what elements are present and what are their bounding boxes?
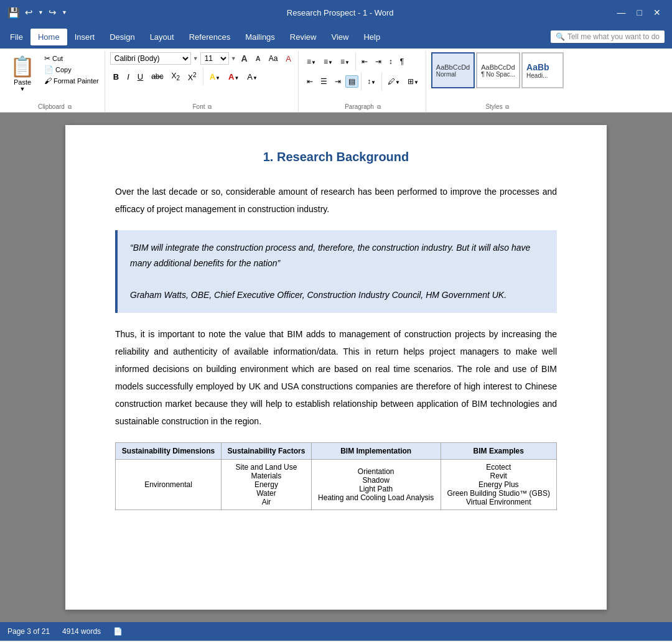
strikethrough-button[interactable]: abc (148, 71, 166, 82)
styles-launcher-icon[interactable]: ⧉ (505, 104, 509, 110)
title-text: Research Prospect - 1 - Word (287, 8, 394, 17)
subscript-button[interactable]: X2 (169, 70, 184, 83)
style-normal[interactable]: AaBbCcDd Normal (431, 52, 475, 88)
menu-references[interactable]: References (182, 29, 238, 45)
table-cell-examples: Ecotect Revit Energy Plus Green Building… (441, 459, 557, 509)
title-bar: 💾 ↩ ▼ ↪ ▼ Research Prospect - 1 - Word —… (0, 0, 672, 25)
font-color-button[interactable]: A▼ (225, 71, 242, 83)
font-size-select[interactable]: 11 (200, 52, 229, 65)
align-right-button[interactable]: ⇥ (332, 75, 344, 88)
document-page[interactable]: 1. Research Background Over the last dec… (65, 125, 607, 610)
font-group: Calibri (Body) ▼ 11 ▼ A A Aa A B I U abc… (106, 51, 299, 112)
quote-text: “BIM will integrate the construction pro… (130, 240, 544, 271)
border-button[interactable]: ⊞▼ (404, 75, 422, 88)
search-box[interactable]: 🔍 Tell me what you want to do (551, 30, 665, 43)
font-grow-button[interactable]: A (238, 52, 251, 65)
clipboard-launcher-icon[interactable]: ⧉ (68, 104, 72, 110)
status-bar: Page 3 of 21 4914 words 📄 (0, 622, 672, 641)
sort-button[interactable]: ↕ (386, 55, 396, 68)
table-cell-implementation: Orientation Shadow Light Path Heating an… (311, 459, 441, 509)
sustainability-table: Sustainability Dimensions Sustainability… (115, 442, 557, 510)
clear-formatting-button[interactable]: A (282, 53, 294, 65)
table-row: Environmental Site and Land Use Material… (116, 459, 557, 509)
text-highlight-button[interactable]: A▼ (207, 71, 223, 83)
ribbon: 📋 Paste ▼ ✂ Cut 📄 Copy 🖌 Format (0, 49, 672, 113)
undo-icon[interactable]: ↩ (25, 7, 33, 18)
table-header-examples: BIM Examples (441, 442, 557, 459)
clipboard-group: 📋 Paste ▼ ✂ Cut 📄 Copy 🖌 Format (5, 51, 105, 112)
font-group-label: Font ⧉ (106, 103, 298, 111)
menu-design[interactable]: Design (102, 29, 142, 45)
align-justify-button[interactable]: ▤ (345, 75, 358, 88)
style-heading1[interactable]: AaBb Headi... (521, 52, 564, 88)
cut-button[interactable]: ✂ Cut (42, 54, 101, 63)
word-count: 4914 words (62, 627, 101, 636)
paragraph-group-label: Paragraph ⧉ (300, 103, 426, 111)
language-icon[interactable]: 📄 (113, 627, 123, 636)
shading-para-button[interactable]: 🖊▼ (385, 75, 403, 88)
paste-button[interactable]: 📋 Paste ▼ (7, 52, 40, 102)
close-button[interactable]: ✕ (650, 7, 665, 17)
font-size-dropdown-icon[interactable]: ▼ (231, 55, 236, 62)
show-marks-button[interactable]: ¶ (397, 55, 407, 68)
quote-attribution: Graham Watts, OBE, Chief Executive Offic… (130, 287, 544, 303)
table-cell-dimension: Environmental (116, 459, 222, 509)
increase-indent-button[interactable]: ⇥ (372, 55, 385, 68)
menu-bar: File Home Insert Design Layout Reference… (0, 25, 672, 49)
table-header-factors: Sustainability Factors (222, 442, 312, 459)
title-bar-left: 💾 ↩ ▼ ↪ ▼ (7, 7, 67, 19)
document-heading: 1. Research Background (115, 150, 557, 164)
document-para2[interactable]: Thus, it is important to note the value … (115, 325, 557, 430)
copy-button[interactable]: 📄 Copy (42, 65, 101, 75)
change-case-button[interactable]: Aa (266, 53, 281, 64)
quick-access-more-icon[interactable]: ▼ (62, 9, 67, 16)
format-painter-button[interactable]: 🖌 Format Painter (42, 76, 101, 86)
menu-layout[interactable]: Layout (142, 29, 182, 45)
superscript-button[interactable]: X2 (185, 70, 200, 83)
save-icon[interactable]: 💾 (7, 7, 20, 19)
underline-button[interactable]: U (134, 71, 146, 83)
menu-insert[interactable]: Insert (67, 29, 103, 45)
paragraph-group: ≡▼ ≡▼ ≡▼ ⇤ ⇥ ↕ ¶ ⇤ ☰ ⇥ ▤ ↕▼ 🖊▼ ⊞▼ (300, 51, 426, 112)
minimize-button[interactable]: — (614, 7, 630, 17)
font-shrink-button[interactable]: A (253, 54, 264, 63)
menu-file[interactable]: File (2, 29, 30, 45)
document-quote[interactable]: “BIM will integrate the construction pro… (115, 230, 557, 313)
maximize-button[interactable]: □ (633, 7, 646, 17)
table-header-dimensions: Sustainability Dimensions (116, 442, 222, 459)
font-name-select[interactable]: Calibri (Body) (110, 52, 191, 65)
clipboard-sub-buttons: ✂ Cut 📄 Copy 🖌 Format Painter (41, 52, 101, 102)
menu-review[interactable]: Review (282, 29, 324, 45)
align-left-button[interactable]: ⇤ (304, 75, 316, 88)
redo-icon[interactable]: ↪ (49, 7, 57, 18)
undo-dropdown-icon[interactable]: ▼ (38, 9, 44, 16)
font-name-dropdown-icon[interactable]: ▼ (193, 55, 198, 62)
styles-group: AaBbCcDd Normal AaBbCcDd ¶ No Spac... Aa… (427, 51, 567, 112)
page-info: Page 3 of 21 (7, 627, 50, 636)
menu-view[interactable]: View (324, 29, 356, 45)
font-launcher-icon[interactable]: ⧉ (208, 104, 212, 110)
align-center-button[interactable]: ☰ (317, 75, 330, 88)
clipboard-group-label: Clipboard ⧉ (5, 103, 105, 111)
table-cell-factors: Site and Land Use Materials Energy Water… (222, 459, 312, 509)
menu-help[interactable]: Help (356, 29, 388, 45)
styles-group-label: Styles ⧉ (427, 103, 567, 111)
menu-mailings[interactable]: Mailings (238, 29, 282, 45)
decrease-indent-button[interactable]: ⇤ (358, 55, 371, 68)
style-no-spacing[interactable]: AaBbCcDd ¶ No Spac... (476, 52, 520, 88)
line-spacing-button[interactable]: ↕▼ (364, 75, 379, 88)
window-controls: — □ ✕ (614, 7, 665, 17)
italic-button[interactable]: I (124, 71, 133, 83)
table-header-implementation: BIM Implementation (311, 442, 441, 459)
numbering-button[interactable]: ≡▼ (320, 55, 336, 68)
document-area: 1. Research Background Over the last dec… (0, 113, 672, 622)
bold-button[interactable]: B (110, 71, 122, 83)
menu-home[interactable]: Home (30, 29, 67, 45)
shading-button[interactable]: A▼ (244, 71, 261, 83)
document-para1[interactable]: Over the last decade or so, considerable… (115, 183, 557, 218)
bullets-button[interactable]: ≡▼ (304, 55, 319, 68)
paragraph-launcher-icon[interactable]: ⧉ (377, 104, 381, 110)
multilevel-list-button[interactable]: ≡▼ (337, 55, 353, 68)
